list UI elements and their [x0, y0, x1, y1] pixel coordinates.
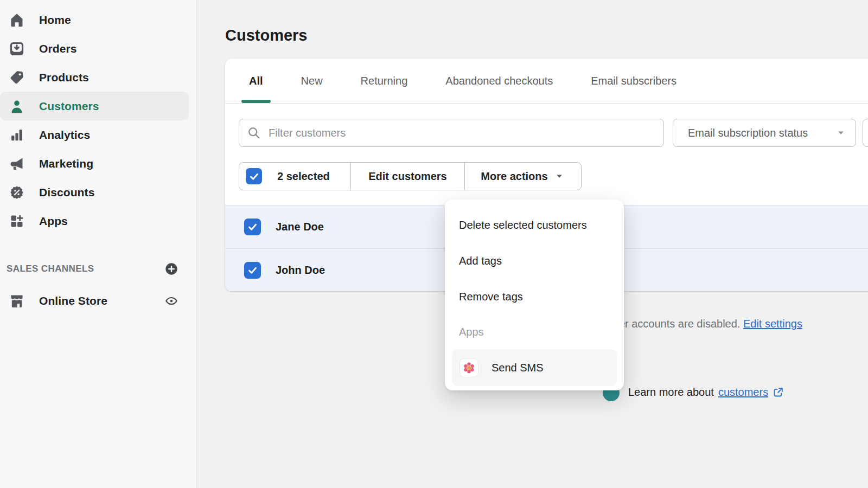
storefront-icon [9, 293, 25, 309]
email-subscription-status-filter[interactable]: Email subscription status [673, 119, 856, 147]
sidebar-item-apps[interactable]: Apps [0, 207, 189, 235]
menu-item-delete-selected-customers[interactable]: Delete selected customers [445, 207, 624, 243]
sidebar: Home Orders Products [0, 0, 197, 488]
select-all-checkbox[interactable] [246, 168, 262, 184]
search-icon [247, 126, 261, 140]
sidebar-item-customers[interactable]: Customers [0, 92, 189, 120]
sidebar-item-discounts[interactable]: Discounts [0, 178, 189, 207]
tab-all[interactable]: All [245, 59, 267, 103]
tab-returning[interactable]: Returning [356, 59, 412, 103]
sidebar-item-label: Analytics [39, 129, 90, 142]
row-checkbox[interactable] [244, 219, 261, 235]
apps-icon [9, 213, 25, 229]
sidebar-item-products[interactable]: Products [0, 63, 189, 92]
eye-icon[interactable] [164, 294, 178, 308]
sidebar-item-label: Orders [39, 42, 76, 55]
selected-count-button[interactable]: 2 selected [239, 163, 350, 190]
row-checkbox[interactable] [244, 262, 261, 279]
learn-more-text: Learn more about [628, 386, 714, 399]
tabs-bar: All New Returning Abandoned checkouts Em… [225, 59, 868, 104]
send-sms-label: Send SMS [492, 362, 544, 374]
learn-more-notice: Learn more about customers [628, 386, 784, 399]
selected-count-label: 2 selected [277, 170, 330, 183]
sidebar-item-orders[interactable]: Orders [0, 34, 189, 63]
edit-customers-button[interactable]: Edit customers [350, 163, 464, 190]
sidebar-item-marketing[interactable]: Marketing [0, 149, 189, 178]
customers-icon [9, 98, 25, 114]
sales-channels-header: SALES CHANNELS [0, 259, 196, 279]
sidebar-item-label: Marketing [39, 157, 93, 170]
more-actions-button[interactable]: More actions [464, 163, 581, 190]
external-link-icon [773, 387, 784, 398]
chevron-down-icon [835, 127, 847, 139]
menu-item-remove-tags[interactable]: Remove tags [445, 279, 624, 314]
chevron-down-icon [553, 170, 565, 182]
more-actions-label: More actions [481, 170, 547, 183]
sms-flower-icon [460, 359, 478, 377]
menu-item-send-sms[interactable]: Send SMS [452, 349, 617, 386]
products-icon [9, 69, 25, 86]
tab-new[interactable]: New [297, 59, 327, 103]
sidebar-item-label: Online Store [39, 294, 107, 307]
sidebar-item-label: Apps [39, 215, 68, 228]
sidebar-item-label: Products [39, 71, 89, 84]
sales-channels-label: SALES CHANNELS [7, 264, 94, 274]
analytics-icon [9, 127, 25, 143]
customers-admin-page: Home Orders Products [0, 0, 868, 488]
search-input[interactable] [267, 126, 663, 140]
more-actions-menu: Delete selected customers Add tags Remov… [445, 200, 624, 390]
edit-customers-label: Edit customers [368, 170, 446, 183]
email-subscription-status-label: Email subscription status [688, 127, 835, 139]
customer-name: John Doe [276, 264, 325, 277]
home-icon [9, 12, 25, 28]
page-title: Customers [225, 27, 308, 44]
bulk-actions-group: 2 selected Edit customers More actions [239, 162, 582, 190]
marketing-icon [9, 156, 25, 172]
tab-abandoned-checkouts[interactable]: Abandoned checkouts [441, 59, 557, 103]
discounts-icon [9, 184, 25, 201]
sidebar-item-label: Customers [39, 100, 99, 113]
customers-link[interactable]: customers [718, 386, 768, 399]
menu-item-add-tags[interactable]: Add tags [445, 243, 624, 279]
tab-email-subscribers[interactable]: Email subscribers [586, 59, 681, 103]
filter-customers-searchbox[interactable] [239, 119, 664, 147]
sidebar-item-home[interactable]: Home [0, 5, 189, 34]
edit-settings-link[interactable]: Edit settings [743, 318, 802, 330]
sidebar-item-analytics[interactable]: Analytics [0, 120, 189, 149]
menu-section-apps: Apps [445, 314, 624, 349]
customer-name: Jane Doe [276, 221, 324, 233]
orders-icon [9, 41, 25, 57]
sidebar-item-online-store[interactable]: Online Store [0, 286, 189, 315]
add-sales-channel-icon[interactable] [164, 262, 178, 276]
sidebar-item-label: Discounts [39, 186, 94, 199]
sidebar-item-label: Home [39, 14, 71, 27]
partial-filter-button[interactable] [863, 119, 868, 147]
